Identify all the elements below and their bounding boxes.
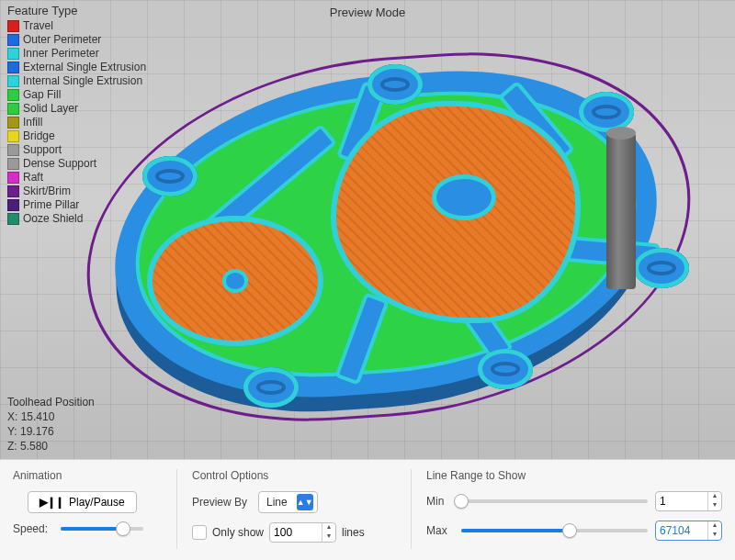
legend-swatch xyxy=(7,144,19,156)
toolhead-position: Toolhead Position X: 15.410 Y: 19.176 Z:… xyxy=(7,395,95,454)
max-input[interactable] xyxy=(656,521,707,540)
legend-label: Infill xyxy=(23,116,42,129)
legend-label: Raft xyxy=(23,171,43,185)
legend-swatch xyxy=(7,117,19,129)
legend-swatch xyxy=(7,213,19,225)
boss xyxy=(368,64,423,105)
toolhead-z: Z: 5.580 xyxy=(7,439,95,454)
legend-header: Feature Type xyxy=(7,4,146,17)
boss xyxy=(478,349,533,389)
toolhead-x: X: 15.410 xyxy=(7,409,95,424)
legend-label: Prime Pillar xyxy=(23,198,79,212)
min-input[interactable] xyxy=(656,492,707,510)
legend-label: Bridge xyxy=(23,129,55,143)
legend-swatch xyxy=(7,20,19,32)
control-options-title: Control Options xyxy=(192,469,385,482)
prime-pillar xyxy=(606,133,636,289)
legend-label: Skirt/Brim xyxy=(23,185,71,198)
legend-swatch xyxy=(7,62,19,73)
legend-label: Inner Perimeter xyxy=(23,47,99,61)
play-pause-label: Play/Pause xyxy=(69,496,125,509)
stepper-down-icon[interactable]: ▾ xyxy=(708,531,721,540)
legend-swatch xyxy=(7,48,19,60)
legend-swatch xyxy=(7,158,19,170)
legend-swatch xyxy=(7,199,19,211)
chevron-updown-icon xyxy=(297,494,313,510)
toolhead-y: Y: 19.176 xyxy=(7,424,95,439)
min-slider[interactable] xyxy=(461,499,648,503)
only-show-label: Only show xyxy=(212,526,264,539)
speed-label: Speed: xyxy=(13,522,53,535)
max-slider[interactable] xyxy=(461,529,648,532)
play-pause-button[interactable]: ▶❙❙ Play/Pause xyxy=(28,491,137,513)
preview-viewport[interactable]: Preview Mode Feature Type TravelOuter Pe… xyxy=(0,0,735,459)
legend-swatch xyxy=(7,103,19,115)
legend-swatch xyxy=(7,172,19,184)
min-stepper[interactable]: ▴▾ xyxy=(655,491,722,511)
line-range-group: Line Range to Show Min ▴▾ Max ▴▾ xyxy=(411,469,722,549)
max-label: Max xyxy=(426,524,454,537)
preview-by-select[interactable]: Line xyxy=(258,491,318,513)
legend-swatch xyxy=(7,75,19,87)
boss xyxy=(243,367,299,408)
legend-swatch xyxy=(7,185,19,197)
speed-slider[interactable] xyxy=(61,527,143,531)
animation-group: Animation ▶❙❙ Play/Pause Speed: xyxy=(13,469,151,549)
stepper-down-icon[interactable]: ▾ xyxy=(708,501,721,510)
legend-label: Ooze Shield xyxy=(23,212,83,226)
line-range-title: Line Range to Show xyxy=(426,469,722,482)
only-show-input[interactable] xyxy=(270,523,322,542)
preview-by-value: Line xyxy=(266,496,288,509)
toolhead-header: Toolhead Position xyxy=(7,395,95,409)
infill-region xyxy=(147,216,323,346)
model-3d xyxy=(92,37,680,431)
animation-title: Animation xyxy=(13,469,151,482)
preview-by-label: Preview By xyxy=(192,496,258,509)
boss xyxy=(142,156,198,196)
legend-label: Support xyxy=(23,143,62,157)
stepper-down-icon[interactable]: ▾ xyxy=(322,532,335,542)
legend-label: Gap Fill xyxy=(23,88,61,102)
play-pause-icon: ▶❙❙ xyxy=(40,496,63,509)
max-stepper[interactable]: ▴▾ xyxy=(655,521,722,541)
only-show-suffix: lines xyxy=(342,526,365,539)
only-show-stepper[interactable]: ▴▾ xyxy=(269,522,336,543)
legend-label: Solid Layer xyxy=(23,102,78,116)
bore xyxy=(432,174,496,220)
legend-item: Travel xyxy=(7,19,146,33)
legend-label: Outer Perimeter xyxy=(23,33,101,47)
legend-swatch xyxy=(7,130,19,142)
legend-swatch xyxy=(7,34,19,46)
legend-swatch xyxy=(7,89,19,101)
legend-label: Travel xyxy=(23,19,53,33)
min-label: Min xyxy=(426,495,454,508)
only-show-checkbox[interactable] xyxy=(192,525,207,540)
boss xyxy=(634,248,689,288)
control-panel: Animation ▶❙❙ Play/Pause Speed: Control … xyxy=(0,459,735,560)
legend-label: Dense Support xyxy=(23,157,96,171)
control-options-group: Control Options Preview By Line Only sho… xyxy=(176,469,385,549)
